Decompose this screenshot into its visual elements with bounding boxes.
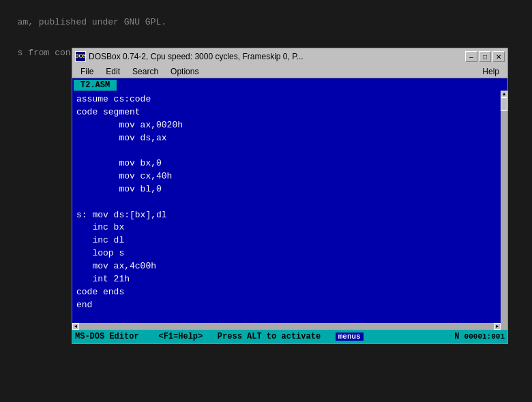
title-bar: DOS DOSBox 0.74-2, Cpu speed: 3000 cycle… [72,48,507,65]
menus-indicator: menus [336,333,364,341]
menu-options[interactable]: Options [165,65,204,78]
window-title: DOSBox 0.74-2, Cpu speed: 3000 cycles, F… [89,52,462,61]
cursor-position: 00001:001 [464,333,505,341]
scroll-track-horizontal [79,323,494,330]
scroll-up-button[interactable]: ▲ [501,91,507,97]
maximize-button[interactable]: □ [479,51,491,62]
window-controls: – □ ✕ [465,51,505,62]
editor-area: T2.ASM assume cs:code code segment mov a… [72,78,507,330]
bg-line-1: am, published under GNU GPL. [18,17,166,27]
status-bar: MS-DOS Editor <F1=Help> Press ALT to act… [72,330,507,343]
scroll-thumb-vertical[interactable] [501,97,507,111]
code-content: assume cs:code code segment mov ax,0020h… [76,93,498,311]
menu-search[interactable]: Search [127,65,164,78]
scrollbar-vertical[interactable]: ▲ [501,91,507,330]
tab-bar: T2.ASM [72,78,507,91]
menu-file[interactable]: File [75,65,99,78]
status-app-name: MS-DOS Editor <F1=Help> Press ALT to act… [75,332,454,341]
scrollbar-horizontal[interactable]: ◄ ► [72,323,501,330]
menu-edit[interactable]: Edit [100,65,125,78]
minimize-button[interactable]: – [465,51,477,62]
close-button[interactable]: ✕ [492,51,505,62]
scroll-right-button[interactable]: ► [494,323,501,330]
code-editor[interactable]: assume cs:code code segment mov ax,0020h… [72,91,507,318]
dosbox-icon: DOS [75,51,86,62]
dosbox-window: DOS DOSBox 0.74-2, Cpu speed: 3000 cycle… [72,48,508,344]
scroll-left-button[interactable]: ◄ [72,323,79,330]
menu-help[interactable]: Help [477,65,505,78]
n-indicator: N [454,332,459,341]
tab-t2asm[interactable]: T2.ASM [74,80,117,91]
bg-line-2: s from con [18,48,71,58]
menu-bar: File Edit Search Options Help [72,65,507,78]
code-container: assume cs:code code segment mov ax,0020h… [72,91,507,330]
